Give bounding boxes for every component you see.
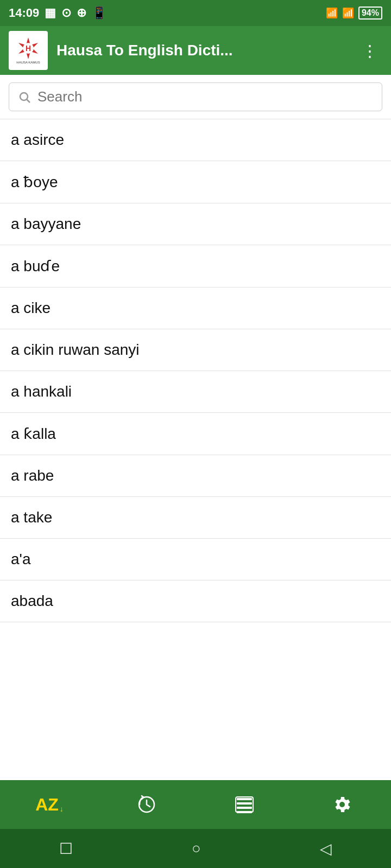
list-item[interactable]: a ƀoye bbox=[0, 161, 391, 203]
history-icon bbox=[137, 795, 156, 814]
svg-point-4 bbox=[20, 93, 28, 100]
word-list: a asircea ƀoyea bayyanea buɗea cikea cik… bbox=[0, 119, 391, 780]
logo-svg: H HAUSA KAMUS bbox=[13, 35, 43, 66]
svg-rect-9 bbox=[237, 807, 252, 809]
whatsapp-icon: ⊙ bbox=[61, 6, 71, 20]
list-item[interactable]: a ƙalla bbox=[0, 413, 391, 455]
bottom-nav: AZ↓ bbox=[0, 780, 391, 829]
svg-text:H: H bbox=[26, 44, 31, 53]
list-item[interactable]: a hankali bbox=[0, 371, 391, 413]
android-nav: ☐ ○ ◁ bbox=[0, 829, 391, 868]
sim-icon: ▦ bbox=[45, 6, 56, 20]
list-item[interactable]: a asirce bbox=[0, 119, 391, 161]
svg-line-5 bbox=[27, 99, 30, 103]
square-button[interactable]: ☐ bbox=[59, 840, 73, 858]
svg-rect-8 bbox=[237, 802, 252, 805]
list-item[interactable]: a bayyane bbox=[0, 203, 391, 245]
list-item[interactable]: abada bbox=[0, 580, 391, 622]
nav-item-history[interactable] bbox=[98, 780, 195, 829]
app-bar: H HAUSA KAMUS Hausa To English Dicti... … bbox=[0, 26, 391, 75]
list-icon bbox=[235, 795, 254, 814]
signal-icon-2: 📶 bbox=[342, 7, 354, 19]
app-title: Hausa To English Dicti... bbox=[56, 42, 349, 59]
status-bar-left: 14:09 ▦ ⊙ ⊕ 📱 bbox=[9, 6, 106, 20]
svg-text:HAUSA KAMUS: HAUSA KAMUS bbox=[16, 61, 40, 64]
search-container bbox=[0, 75, 391, 119]
list-item[interactable]: a'a bbox=[0, 539, 391, 580]
nav-item-settings[interactable] bbox=[293, 780, 391, 829]
list-item[interactable]: a cikin ruwan sanyi bbox=[0, 329, 391, 371]
nav-item-list[interactable] bbox=[195, 780, 293, 829]
notification-icon: ⊕ bbox=[77, 6, 86, 20]
home-button[interactable]: ○ bbox=[192, 840, 201, 857]
svg-rect-7 bbox=[237, 798, 252, 800]
battery-indicator: 94% bbox=[358, 7, 382, 20]
list-item[interactable]: a buɗe bbox=[0, 245, 391, 288]
phone-icon: 📱 bbox=[92, 6, 106, 20]
more-options-icon[interactable]: ⋮ bbox=[357, 37, 382, 65]
svg-point-12 bbox=[339, 802, 345, 807]
az-icon: AZ↓ bbox=[35, 795, 62, 815]
nav-item-az[interactable]: AZ↓ bbox=[0, 780, 98, 829]
status-bar-right: 📶 📶 94% bbox=[326, 7, 382, 20]
search-icon bbox=[18, 91, 31, 104]
back-button[interactable]: ◁ bbox=[320, 840, 332, 858]
status-bar: 14:09 ▦ ⊙ ⊕ 📱 📶 📶 94% bbox=[0, 0, 391, 26]
time-display: 14:09 bbox=[9, 6, 39, 20]
list-item[interactable]: a rabe bbox=[0, 455, 391, 497]
settings-icon bbox=[332, 795, 352, 814]
list-item[interactable]: a cike bbox=[0, 288, 391, 329]
search-input[interactable] bbox=[37, 88, 373, 105]
search-input-wrapper[interactable] bbox=[9, 82, 382, 111]
signal-icon: 📶 bbox=[326, 7, 338, 19]
app-logo: H HAUSA KAMUS bbox=[9, 31, 48, 70]
list-item[interactable]: a take bbox=[0, 497, 391, 539]
